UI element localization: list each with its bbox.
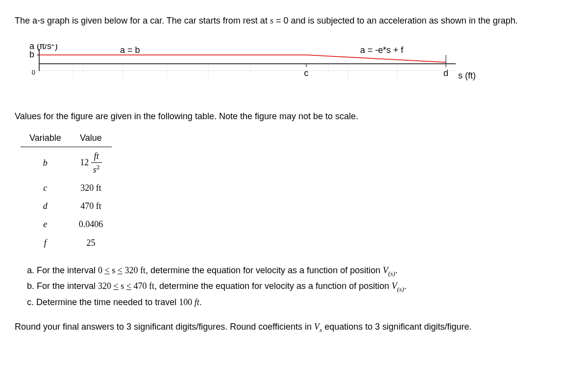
eq2-label: a = -e*s + f bbox=[360, 45, 404, 55]
svg-line-4 bbox=[306, 55, 446, 62]
table-row: e 0.0406 bbox=[21, 215, 112, 233]
table-row: c 320 ft bbox=[21, 179, 112, 197]
as-graph: b a (ft/s2) 0 a = b a = -e*s + f c d s (… bbox=[15, 44, 573, 93]
question-c: c. Determine the time needed to travel 1… bbox=[27, 296, 573, 309]
origin-label: 0 bbox=[32, 69, 35, 76]
th-variable: Variable bbox=[21, 130, 70, 147]
x-tick-c: c bbox=[304, 68, 309, 78]
y-tick-b: b bbox=[29, 50, 34, 59]
questions-block: a. For the interval 0 < s < 320 ft, dete… bbox=[27, 264, 573, 309]
rounding-note: Round your final answers to 3 significan… bbox=[15, 321, 573, 335]
question-a: a. For the interval 0 < s < 320 ft, dete… bbox=[27, 264, 573, 278]
x-axis-label: s (ft) bbox=[458, 71, 476, 80]
table-row: d 470 ft bbox=[21, 197, 112, 215]
question-b: b. For the interval 320 < s < 470 ft, de… bbox=[27, 280, 573, 294]
variable-table: Variable Value b 12 fts2 c 320 ft d 470 … bbox=[15, 130, 573, 252]
table-row: b 12 fts2 bbox=[21, 147, 112, 179]
eq1-label: a = b bbox=[120, 45, 140, 55]
table-row: f 25 bbox=[21, 234, 112, 252]
x-tick-d: d bbox=[443, 68, 448, 78]
th-value: Value bbox=[70, 130, 112, 147]
figure-note: Values for the figure are given in the f… bbox=[15, 110, 573, 123]
problem-intro: The a-s graph is given below for a car. … bbox=[15, 15, 573, 27]
y-axis-label: a (ft/s2) bbox=[29, 44, 58, 51]
